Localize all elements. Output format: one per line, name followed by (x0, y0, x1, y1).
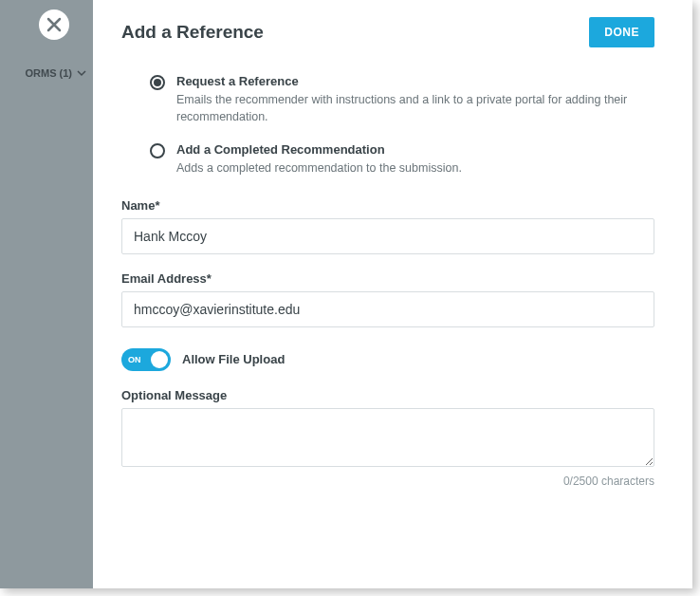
chevron-down-icon (76, 67, 87, 79)
message-field-group: Optional Message 0/2500 characters (121, 388, 654, 488)
header: Add a Reference DONE (121, 17, 654, 47)
email-field-group: Email Address* (121, 271, 654, 327)
modal-container: ORMS (1) Add a Reference DONE Request a … (0, 0, 692, 588)
upload-toggle-label: Allow File Upload (182, 352, 285, 366)
char-counter: 0/2500 characters (121, 475, 654, 488)
main-content: Add a Reference DONE Request a Reference… (93, 0, 692, 588)
toggle-state-text: ON (128, 355, 141, 364)
close-button[interactable] (39, 9, 69, 40)
radio-request-reference[interactable]: Request a Reference Emails the recommend… (150, 74, 654, 125)
radio-text-request: Request a Reference Emails the recommend… (176, 74, 654, 125)
upload-toggle-row: ON Allow File Upload (121, 348, 654, 371)
name-field-group: Name* (121, 198, 654, 254)
done-button[interactable]: DONE (589, 17, 654, 47)
radio-label-completed: Add a Completed Recommendation (176, 142, 654, 157)
radio-desc-request: Emails the recommender with instructions… (176, 92, 654, 125)
radio-input-completed[interactable] (150, 143, 165, 158)
upload-toggle[interactable]: ON (121, 348, 171, 371)
close-icon (46, 17, 62, 32)
sidebar: ORMS (1) (0, 0, 93, 588)
message-label: Optional Message (121, 388, 654, 402)
name-input[interactable] (121, 218, 654, 254)
message-textarea[interactable] (121, 408, 654, 467)
toggle-knob (151, 351, 168, 368)
radio-label-request: Request a Reference (176, 74, 654, 88)
radio-desc-completed: Adds a completed recommendation to the s… (176, 160, 654, 177)
sidebar-forms-label[interactable]: ORMS (1) (0, 67, 93, 79)
radio-text-completed: Add a Completed Recommendation Adds a co… (176, 142, 654, 177)
email-input[interactable] (121, 291, 654, 327)
email-label: Email Address* (121, 271, 654, 286)
radio-completed-recommendation[interactable]: Add a Completed Recommendation Adds a co… (150, 142, 654, 177)
forms-text: ORMS (1) (26, 67, 73, 79)
page-title: Add a Reference (121, 22, 264, 43)
name-label: Name* (121, 198, 654, 213)
reference-type-group: Request a Reference Emails the recommend… (150, 74, 654, 177)
radio-input-request[interactable] (150, 75, 165, 90)
